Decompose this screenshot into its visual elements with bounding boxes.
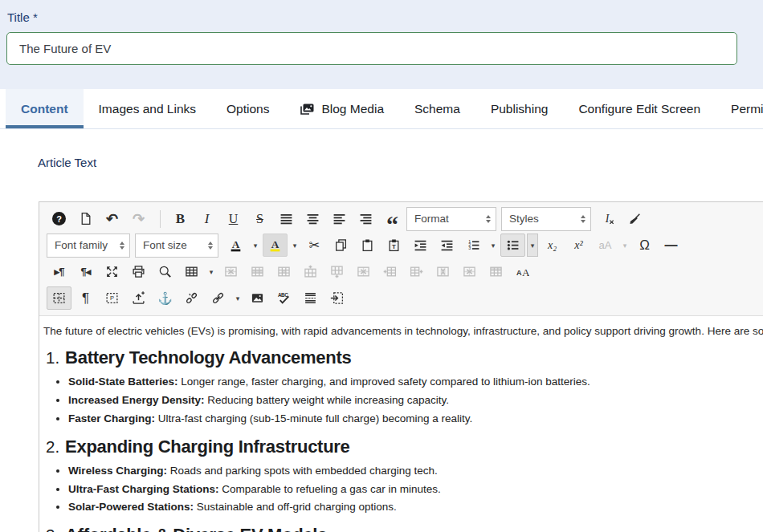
print-button[interactable]: [126, 260, 151, 283]
blockquote-icon: “: [386, 221, 398, 228]
styles-select[interactable]: Styles: [501, 207, 591, 231]
tab-schema[interactable]: Schema: [399, 89, 475, 128]
tab-publishing[interactable]: Publishing: [475, 89, 564, 128]
subscript-button[interactable]: x₂: [540, 234, 565, 257]
anchor-button[interactable]: ⚓: [153, 286, 177, 310]
align-right-button[interactable]: [353, 207, 378, 230]
merge-cells-button[interactable]: [457, 260, 482, 283]
align-left-button[interactable]: [327, 207, 352, 230]
bullet-list-icon: [506, 238, 520, 252]
font-size-select[interactable]: Font size: [135, 234, 218, 258]
tab-configure-edit-screen[interactable]: Configure Edit Screen: [563, 89, 716, 128]
help-button[interactable]: ?: [47, 207, 71, 230]
undo-button[interactable]: ↶: [100, 207, 124, 230]
tab-label: Content: [21, 102, 68, 116]
table-cell-properties-button[interactable]: [271, 260, 296, 283]
fullscreen-button[interactable]: [100, 260, 124, 283]
section-number: 3.: [46, 526, 59, 532]
tab-label: Schema: [414, 102, 460, 116]
bullet-list-menu[interactable]: ▾: [527, 234, 538, 257]
insert-row-before-button[interactable]: [298, 260, 323, 283]
rtl-paragraph-button[interactable]: ¶◂: [73, 260, 98, 283]
delete-column-button[interactable]: [430, 260, 455, 283]
highlight-color-icon: [268, 238, 282, 252]
insert-table-button[interactable]: [179, 260, 204, 283]
insert-template-button[interactable]: [126, 286, 151, 310]
remove-format-button[interactable]: [596, 207, 621, 230]
visual-blocks-button[interactable]: [100, 286, 124, 310]
numbered-list-menu[interactable]: ▾: [488, 234, 499, 257]
insert-column-after-button[interactable]: [404, 260, 429, 283]
delete-column-icon: [436, 265, 450, 278]
insert-link-menu[interactable]: ▾: [232, 286, 243, 310]
table-row-properties-button[interactable]: [245, 260, 270, 283]
highlight-color-menu[interactable]: ▾: [289, 234, 300, 257]
horizontal-rule-button[interactable]: —: [659, 234, 683, 257]
bullet-lead: Solar-Powered Stations:: [68, 501, 194, 513]
insert-column-before-button[interactable]: [377, 260, 402, 283]
outdent-button[interactable]: [435, 234, 459, 257]
paragraph-marks-button[interactable]: ¶: [73, 286, 98, 310]
bullet-list-button[interactable]: [500, 234, 525, 257]
new-document-button[interactable]: [73, 207, 98, 230]
indent-icon: [414, 238, 427, 252]
editor-content[interactable]: The future of electric vehicles (EVs) is…: [39, 316, 763, 532]
delete-table-button[interactable]: [218, 260, 243, 283]
merge-cells-icon: [463, 265, 476, 278]
ltr-paragraph-button[interactable]: ▸¶: [47, 260, 71, 283]
indent-button[interactable]: [408, 234, 433, 257]
spin-up-icon: [120, 242, 124, 245]
align-center-icon: [306, 212, 320, 225]
rich-text-editor: ?↶↷BIUS“FormatStylesFont familyFont size…: [39, 201, 763, 532]
unlink-button[interactable]: [179, 286, 204, 310]
chevron-down-icon: ▾: [210, 268, 214, 276]
tab-permissions[interactable]: Permissions: [716, 89, 763, 128]
redo-button[interactable]: ↷: [126, 207, 151, 230]
table-properties-button[interactable]: [484, 260, 508, 283]
search-button[interactable]: [153, 260, 177, 283]
delete-row-button[interactable]: [351, 260, 376, 283]
change-case-button[interactable]: aA: [593, 234, 618, 257]
font-family-select[interactable]: Font family: [47, 234, 130, 258]
align-justify-button[interactable]: [274, 207, 299, 230]
bold-button[interactable]: B: [168, 207, 193, 230]
spellcheck-button[interactable]: [271, 286, 296, 310]
tab-content[interactable]: Content: [6, 89, 84, 128]
read-more-button[interactable]: [324, 286, 349, 310]
page-break-button[interactable]: [298, 286, 323, 310]
text-color-menu[interactable]: ▾: [250, 234, 261, 257]
tab-blog-media[interactable]: Blog Media: [284, 89, 399, 128]
highlight-color-button[interactable]: [263, 234, 288, 257]
copy-button[interactable]: [328, 234, 353, 257]
align-left-icon: [333, 212, 346, 225]
content-panel: Article Text ?↶↷BIUS“FormatStylesFont fa…: [0, 129, 763, 532]
italic-button[interactable]: I: [194, 207, 219, 230]
article-text-label: Article Text: [0, 129, 763, 169]
underline-button[interactable]: U: [221, 207, 246, 230]
insert-table-menu[interactable]: ▾: [206, 260, 217, 283]
insert-row-after-button[interactable]: [324, 260, 349, 283]
text-color-button[interactable]: [223, 234, 248, 257]
new-document-icon: [79, 212, 92, 225]
visual-aid-button[interactable]: [47, 286, 71, 310]
paste-button[interactable]: [355, 234, 380, 257]
visual-characters-button[interactable]: [510, 260, 535, 283]
cut-button[interactable]: ✂: [302, 234, 327, 257]
insert-column-after-icon: [410, 265, 423, 278]
blockquote-button[interactable]: “: [380, 207, 405, 230]
align-justify-icon: [279, 212, 293, 225]
superscript-button[interactable]: x²: [566, 234, 591, 257]
numbered-list-button[interactable]: [461, 234, 486, 257]
clear-formatting-button[interactable]: [622, 207, 647, 230]
align-center-button[interactable]: [300, 207, 325, 230]
special-character-button[interactable]: Ω: [632, 234, 657, 257]
tab-images-and-links[interactable]: Images and Links: [84, 89, 212, 128]
title-input[interactable]: [6, 32, 737, 65]
format-select[interactable]: Format: [406, 207, 496, 231]
change-case-menu[interactable]: ▾: [619, 234, 630, 257]
strikethrough-button[interactable]: S: [247, 207, 272, 230]
text-color-icon: [229, 238, 243, 252]
tab-options[interactable]: Options: [211, 89, 284, 128]
insert-image-button[interactable]: [245, 286, 270, 310]
insert-link-button[interactable]: [206, 286, 231, 310]
